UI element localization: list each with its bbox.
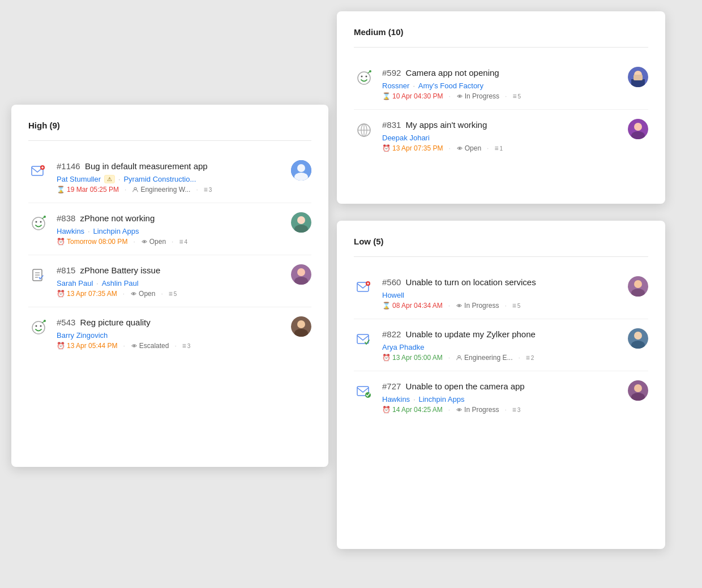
ticket-id: #822 — [382, 329, 401, 339]
company-link[interactable]: Linchpin Apps — [418, 395, 464, 404]
ticket-meta: ⌛ 08 Apr 04:34 AM · In Progress · ≡5 — [382, 302, 620, 310]
ticket-content: #543 Reg picture quality Barry Zingovich… — [57, 316, 283, 350]
svg-rect-57 — [357, 334, 369, 344]
due-date: ⏰ Tomorrow 08:00 PM — [57, 238, 127, 246]
assignee-link[interactable]: Barry Zingovich — [57, 331, 108, 340]
ticket-assignee-line: Howell — [382, 291, 620, 299]
warning-badge: ⚠ — [104, 175, 115, 183]
ticket-meta: ⌛ 10 Apr 04:30 PM · In Progress · ≡5 — [382, 92, 620, 100]
ticket-title: #831 My apps ain't working — [382, 119, 620, 131]
due-date: ⏰ 14 Apr 04:25 AM — [382, 406, 443, 414]
svg-point-53 — [458, 304, 460, 306]
ticket-title: #560 Unable to turn on location services — [382, 276, 620, 288]
assignee-link[interactable]: Hawkins — [57, 227, 84, 235]
hourglass-icon: ⌛ — [57, 186, 65, 194]
svg-point-33 — [361, 76, 363, 78]
separator2: · — [196, 186, 198, 194]
svg-point-12 — [143, 241, 145, 242]
due-date: ⌛ 19 Mar 05:25 PM — [57, 186, 119, 194]
ticket-title: #822 Unable to update my Zylker phone — [382, 328, 620, 340]
assignee-link[interactable]: Arya Phadke — [382, 343, 424, 351]
ticket-id: #838 — [57, 213, 75, 223]
ticket-title: #727 Unable to open the camera app — [382, 380, 620, 392]
ticket-item[interactable]: #822 Unable to update my Zylker phone Ar… — [354, 319, 648, 371]
svg-rect-40 — [633, 75, 643, 80]
ticket-meta: ⌛ 19 Mar 05:25 PM · Engineering W... · ≡… — [57, 186, 283, 194]
ticket-assignee-line: Barry Zingovich — [57, 331, 283, 340]
svg-point-9 — [36, 221, 37, 223]
clock-icon: ⏰ — [57, 342, 65, 350]
hourglass-icon: ⌛ — [382, 302, 391, 310]
ticket-id: #543 — [57, 317, 75, 327]
clock-icon: ⏰ — [382, 144, 391, 152]
svg-point-14 — [297, 216, 305, 224]
ticket-item[interactable]: #592 Camera app not opening Rossner · Am… — [354, 58, 648, 110]
ticket-content: #560 Unable to turn on location services… — [382, 276, 620, 310]
company-link[interactable]: Amy's Food Factory — [418, 81, 483, 90]
hourglass-icon: ⌛ — [382, 92, 391, 100]
svg-point-45 — [459, 147, 460, 149]
svg-point-28 — [133, 345, 135, 346]
avatar — [628, 380, 648, 401]
status: Open — [141, 238, 166, 246]
ticket-item[interactable]: #838 zPhone not working Hawkins · Linchp… — [28, 203, 311, 255]
assignee-link[interactable]: Howell — [382, 291, 404, 299]
svg-point-35 — [369, 70, 371, 72]
ticket-meta: ⏰ 13 Apr 05:00 AM · Engineering E... · ≡… — [382, 354, 620, 362]
svg-rect-39 — [631, 79, 645, 87]
ticket-item[interactable]: #1146 Bug in default measurement app Pat… — [28, 151, 311, 203]
clock-icon: ⏰ — [57, 238, 65, 246]
assignee-link[interactable]: Deepak Johari — [382, 134, 430, 142]
ticket-content: #1146 Bug in default measurement app Pat… — [57, 160, 283, 194]
svg-point-60 — [634, 332, 642, 340]
svg-point-36 — [459, 95, 460, 97]
ticket-count: ≡5 — [512, 302, 521, 310]
ticket-type-icon — [354, 277, 374, 298]
ticket-assignee-line: Hawkins · Linchpin Apps — [57, 227, 283, 235]
ticket-meta: ⏰ Tomorrow 08:00 PM · Open · ≡4 — [57, 238, 283, 246]
ticket-item[interactable]: #831 My apps ain't working Deepak Johari… — [354, 110, 648, 161]
ticket-type-icon — [28, 265, 49, 286]
ticket-count: ≡1 — [494, 144, 503, 152]
svg-point-34 — [366, 76, 367, 78]
company-link[interactable]: Pyramid Constructio... — [123, 175, 196, 183]
avatar — [291, 212, 311, 233]
ticket-title: #838 zPhone not working — [57, 212, 283, 224]
svg-point-55 — [634, 280, 642, 288]
ticket-id: #560 — [382, 277, 401, 287]
department: Engineering W... — [132, 186, 190, 194]
ticket-title: #1146 Bug in default measurement app — [57, 160, 283, 172]
ticket-item[interactable]: #543 Reg picture quality Barry Zingovich… — [28, 307, 311, 359]
assignee-link[interactable]: Sarah Paul — [57, 279, 93, 287]
company-link[interactable]: Ashlin Paul — [102, 279, 139, 287]
svg-point-20 — [132, 293, 134, 294]
ticket-title: #592 Camera app not opening — [382, 67, 620, 79]
status: In Progress — [456, 406, 499, 414]
ticket-id: #727 — [382, 381, 401, 391]
assignee-link[interactable]: Rossner — [382, 81, 409, 90]
ticket-meta: ⏰ 13 Apr 07:35 AM · Open · ≡5 — [57, 290, 283, 298]
ticket-item[interactable]: #560 Unable to turn on location services… — [354, 267, 648, 319]
low-priority-panel: Low (5) #560 Unable to turn on location … — [337, 221, 665, 549]
status: Open — [456, 144, 481, 152]
svg-point-30 — [297, 320, 305, 328]
assignee-link[interactable]: Pat Stumuller — [57, 175, 101, 183]
svg-point-64 — [458, 409, 460, 410]
ticket-title: #815 zPhone Battery issue — [57, 264, 283, 276]
ticket-item[interactable]: #727 Unable to open the camera app Hawki… — [354, 371, 648, 423]
assignee-link[interactable]: Hawkins — [382, 395, 410, 404]
medium-priority-panel: Medium (10) #592 Camera app not opening … — [337, 11, 665, 204]
due-date: ⏰ 13 Apr 07:35 PM — [382, 144, 443, 152]
ticket-count: ≡5 — [169, 290, 177, 298]
clock-icon: ⏰ — [382, 354, 391, 362]
company-link[interactable]: Linchpin Apps — [93, 227, 139, 235]
high-priority-panel: High (9) #1146 Bug in default measuremen… — [11, 105, 328, 467]
status: Escalated — [131, 342, 169, 350]
svg-point-32 — [358, 72, 370, 84]
ticket-type-icon — [28, 213, 49, 234]
ticket-assignee-line: Deepak Johari — [382, 134, 620, 142]
low-section-title: Low (5) — [354, 237, 648, 246]
ticket-meta: ⏰ 14 Apr 04:25 AM · In Progress · ≡3 — [382, 406, 620, 414]
due-date: ⌛ 10 Apr 04:30 PM — [382, 92, 443, 100]
ticket-item[interactable]: #815 zPhone Battery issue Sarah Paul · A… — [28, 255, 311, 307]
